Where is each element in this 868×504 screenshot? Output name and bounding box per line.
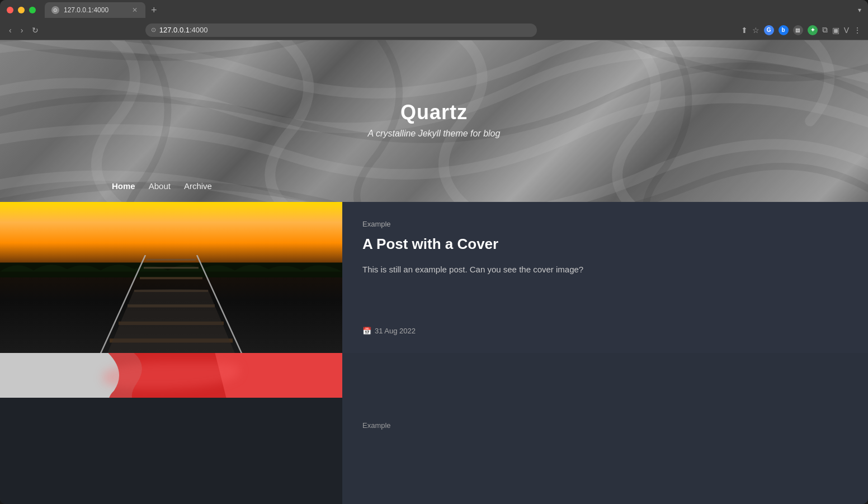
site-navigation: Home About Archive — [0, 172, 868, 202]
tab-close-button[interactable]: ✕ — [131, 6, 139, 14]
share-icon[interactable]: ⬆ — [741, 26, 748, 35]
post-category-2: Example — [362, 421, 848, 430]
post-title-1[interactable]: A Post with a Cover — [362, 235, 848, 254]
refresh-button[interactable]: ↻ — [30, 23, 41, 37]
site-subtitle: A crystalline Jekyll theme for blog — [0, 129, 868, 139]
bookmark-icon[interactable]: ☆ — [752, 26, 760, 35]
railway-image — [0, 202, 342, 353]
close-button[interactable] — [7, 7, 13, 13]
nav-archive[interactable]: Archive — [184, 181, 212, 191]
post-info-1: Example A Post with a Cover This is stil… — [342, 202, 868, 353]
extensions-icon[interactable]: ⧉ — [822, 25, 828, 35]
extension-green[interactable]: ✦ — [808, 25, 818, 35]
address-domain: 127.0.0.1 — [159, 26, 190, 34]
maximize-button[interactable] — [29, 7, 36, 13]
browser-window: ⊙ 127.0.0.1:4000 ✕ + ▾ ‹ › ↻ ⊙ 127.0.0.1… — [0, 0, 868, 504]
nav-about[interactable]: About — [149, 181, 171, 191]
sidebar-icon[interactable]: ▣ — [832, 26, 839, 35]
post-info-2: Example — [342, 353, 868, 504]
profile-icon[interactable]: V — [844, 26, 849, 35]
calendar-icon: 📅 — [362, 327, 371, 335]
address-text: 127.0.0.1:4000 — [159, 26, 531, 34]
forward-button[interactable]: › — [18, 23, 26, 37]
extension-google[interactable]: G — [764, 25, 774, 35]
active-tab[interactable]: ⊙ 127.0.0.1:4000 ✕ — [45, 2, 145, 18]
security-icon: ⊙ — [151, 26, 156, 34]
tab-favicon: ⊙ — [51, 6, 59, 14]
post-cover-image-1 — [0, 202, 342, 353]
post-card-2: Example — [0, 353, 868, 504]
main-content: Example A Post with a Cover This is stil… — [0, 202, 868, 504]
traffic-lights — [7, 7, 36, 13]
navigation-bar: ‹ › ↻ ⊙ 127.0.0.1:4000 ⬆ ☆ G b ▤ ✦ ⧉ ▣ V… — [0, 20, 868, 40]
post-category-1: Example — [362, 220, 848, 228]
nav-actions: ⬆ ☆ G b ▤ ✦ ⧉ ▣ V ⋮ — [741, 25, 861, 35]
post-card-1: Example A Post with a Cover This is stil… — [0, 202, 868, 353]
post-cover-image-2 — [0, 353, 342, 398]
hero-section: Quartz A crystalline Jekyll theme for bl… — [0, 40, 868, 202]
tabs-chevron-icon[interactable]: ▾ — [858, 6, 861, 14]
hero-text-content: Quartz A crystalline Jekyll theme for bl… — [0, 101, 868, 172]
title-bar: ⊙ 127.0.0.1:4000 ✕ + ▾ — [0, 0, 868, 20]
back-button[interactable]: ‹ — [7, 23, 14, 37]
address-port: :4000 — [190, 26, 208, 34]
address-bar[interactable]: ⊙ 127.0.0.1:4000 — [145, 23, 537, 37]
post-date-1: 📅 31 Aug 2022 — [362, 327, 848, 335]
nav-home[interactable]: Home — [112, 181, 135, 191]
red-abstract-image — [0, 353, 342, 398]
new-tab-button[interactable]: + — [148, 4, 161, 16]
railway-tracks — [0, 255, 342, 354]
post-excerpt-1: This is still an example post. Can you s… — [362, 263, 848, 313]
tab-title: 127.0.0.1:4000 — [64, 6, 126, 14]
menu-icon[interactable]: ⋮ — [853, 26, 861, 35]
extension-browser[interactable]: b — [779, 25, 789, 35]
website-content: Quartz A crystalline Jekyll theme for bl… — [0, 40, 868, 504]
tab-bar: ⊙ 127.0.0.1:4000 ✕ + ▾ — [45, 2, 861, 18]
extension-img[interactable]: ▤ — [793, 25, 803, 35]
minimize-button[interactable] — [18, 7, 25, 13]
date-text-1: 31 Aug 2022 — [375, 327, 416, 335]
site-title: Quartz — [0, 101, 868, 124]
red-shape — [0, 353, 342, 398]
